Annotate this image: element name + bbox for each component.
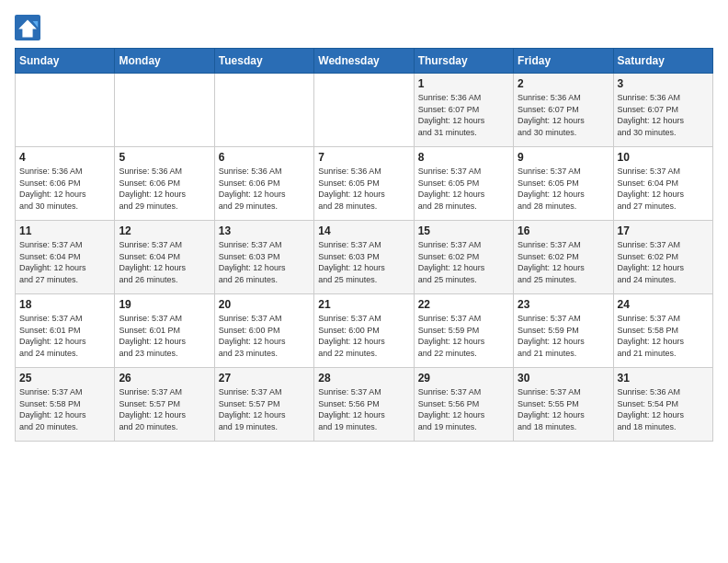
calendar-week-3: 11Sunrise: 5:37 AM Sunset: 6:04 PM Dayli… xyxy=(16,221,713,294)
day-info: Sunrise: 5:36 AM Sunset: 6:06 PM Dayligh… xyxy=(219,166,310,212)
dow-saturday: Saturday xyxy=(613,49,712,74)
calendar-cell: 4Sunrise: 5:36 AM Sunset: 6:06 PM Daylig… xyxy=(16,147,115,221)
day-number: 16 xyxy=(518,224,609,237)
calendar-cell: 13Sunrise: 5:37 AM Sunset: 6:03 PM Dayli… xyxy=(214,221,313,294)
calendar-cell: 26Sunrise: 5:37 AM Sunset: 5:57 PM Dayli… xyxy=(115,368,214,442)
day-number: 8 xyxy=(418,151,509,164)
day-info: Sunrise: 5:36 AM Sunset: 6:06 PM Dayligh… xyxy=(19,166,110,212)
calendar-cell xyxy=(314,74,414,147)
calendar-cell: 19Sunrise: 5:37 AM Sunset: 6:01 PM Dayli… xyxy=(115,294,214,368)
day-number: 1 xyxy=(418,77,509,90)
calendar-week-1: 1Sunrise: 5:36 AM Sunset: 6:07 PM Daylig… xyxy=(16,74,713,147)
day-info: Sunrise: 5:37 AM Sunset: 6:04 PM Dayligh… xyxy=(119,239,210,285)
day-of-week-header: SundayMondayTuesdayWednesdayThursdayFrid… xyxy=(16,49,713,74)
calendar-cell: 29Sunrise: 5:37 AM Sunset: 5:56 PM Dayli… xyxy=(414,368,513,442)
calendar-cell: 7Sunrise: 5:36 AM Sunset: 6:05 PM Daylig… xyxy=(314,147,414,221)
day-number: 30 xyxy=(518,372,609,385)
day-number: 20 xyxy=(219,298,310,311)
day-info: Sunrise: 5:37 AM Sunset: 6:01 PM Dayligh… xyxy=(19,313,110,359)
day-number: 29 xyxy=(418,372,509,385)
dow-sunday: Sunday xyxy=(16,49,115,74)
day-number: 26 xyxy=(119,372,210,385)
day-info: Sunrise: 5:37 AM Sunset: 6:02 PM Dayligh… xyxy=(418,239,509,285)
calendar-cell: 15Sunrise: 5:37 AM Sunset: 6:02 PM Dayli… xyxy=(414,221,513,294)
day-number: 25 xyxy=(19,372,110,385)
logo-icon xyxy=(15,15,40,40)
day-info: Sunrise: 5:36 AM Sunset: 6:06 PM Dayligh… xyxy=(119,166,210,212)
dow-wednesday: Wednesday xyxy=(314,49,414,74)
day-number: 18 xyxy=(19,298,110,311)
day-number: 22 xyxy=(418,298,509,311)
calendar-cell: 28Sunrise: 5:37 AM Sunset: 5:56 PM Dayli… xyxy=(314,368,414,442)
calendar-cell: 8Sunrise: 5:37 AM Sunset: 6:05 PM Daylig… xyxy=(414,147,513,221)
day-number: 5 xyxy=(119,151,210,164)
calendar-cell: 24Sunrise: 5:37 AM Sunset: 5:58 PM Dayli… xyxy=(613,294,712,368)
calendar-cell: 31Sunrise: 5:36 AM Sunset: 5:54 PM Dayli… xyxy=(613,368,712,442)
day-info: Sunrise: 5:37 AM Sunset: 6:05 PM Dayligh… xyxy=(518,166,609,212)
day-info: Sunrise: 5:37 AM Sunset: 5:58 PM Dayligh… xyxy=(19,386,110,432)
calendar-cell: 27Sunrise: 5:37 AM Sunset: 5:57 PM Dayli… xyxy=(214,368,313,442)
calendar-cell: 17Sunrise: 5:37 AM Sunset: 6:02 PM Dayli… xyxy=(613,221,712,294)
day-number: 17 xyxy=(618,224,709,237)
calendar-week-2: 4Sunrise: 5:36 AM Sunset: 6:06 PM Daylig… xyxy=(16,147,713,221)
day-number: 21 xyxy=(318,298,409,311)
day-number: 11 xyxy=(19,224,110,237)
calendar-cell: 21Sunrise: 5:37 AM Sunset: 6:00 PM Dayli… xyxy=(314,294,414,368)
day-info: Sunrise: 5:37 AM Sunset: 6:03 PM Dayligh… xyxy=(219,239,310,285)
calendar-cell xyxy=(16,74,115,147)
calendar-cell: 20Sunrise: 5:37 AM Sunset: 6:00 PM Dayli… xyxy=(214,294,313,368)
day-info: Sunrise: 5:37 AM Sunset: 5:59 PM Dayligh… xyxy=(418,313,509,359)
calendar-cell: 5Sunrise: 5:36 AM Sunset: 6:06 PM Daylig… xyxy=(115,147,214,221)
logo xyxy=(15,15,44,40)
day-info: Sunrise: 5:37 AM Sunset: 6:04 PM Dayligh… xyxy=(19,239,110,285)
day-number: 6 xyxy=(219,151,310,164)
day-info: Sunrise: 5:37 AM Sunset: 5:58 PM Dayligh… xyxy=(618,313,709,359)
day-info: Sunrise: 5:37 AM Sunset: 5:55 PM Dayligh… xyxy=(518,386,609,432)
day-info: Sunrise: 5:37 AM Sunset: 5:57 PM Dayligh… xyxy=(119,386,210,432)
calendar-cell: 23Sunrise: 5:37 AM Sunset: 5:59 PM Dayli… xyxy=(514,294,613,368)
day-info: Sunrise: 5:36 AM Sunset: 6:07 PM Dayligh… xyxy=(618,92,709,138)
calendar-cell: 6Sunrise: 5:36 AM Sunset: 6:06 PM Daylig… xyxy=(214,147,313,221)
day-info: Sunrise: 5:37 AM Sunset: 6:03 PM Dayligh… xyxy=(318,239,409,285)
calendar-cell: 22Sunrise: 5:37 AM Sunset: 5:59 PM Dayli… xyxy=(414,294,513,368)
day-number: 9 xyxy=(518,151,609,164)
day-number: 13 xyxy=(219,224,310,237)
calendar-cell: 30Sunrise: 5:37 AM Sunset: 5:55 PM Dayli… xyxy=(514,368,613,442)
day-number: 19 xyxy=(119,298,210,311)
day-info: Sunrise: 5:37 AM Sunset: 6:01 PM Dayligh… xyxy=(119,313,210,359)
day-number: 12 xyxy=(119,224,210,237)
calendar-cell: 9Sunrise: 5:37 AM Sunset: 6:05 PM Daylig… xyxy=(514,147,613,221)
day-info: Sunrise: 5:37 AM Sunset: 6:05 PM Dayligh… xyxy=(418,166,509,212)
calendar-cell: 11Sunrise: 5:37 AM Sunset: 6:04 PM Dayli… xyxy=(16,221,115,294)
day-number: 15 xyxy=(418,224,509,237)
dow-thursday: Thursday xyxy=(414,49,513,74)
day-info: Sunrise: 5:37 AM Sunset: 6:04 PM Dayligh… xyxy=(618,166,709,212)
calendar-week-5: 25Sunrise: 5:37 AM Sunset: 5:58 PM Dayli… xyxy=(16,368,713,442)
calendar-week-4: 18Sunrise: 5:37 AM Sunset: 6:01 PM Dayli… xyxy=(16,294,713,368)
calendar-cell: 16Sunrise: 5:37 AM Sunset: 6:02 PM Dayli… xyxy=(514,221,613,294)
calendar-cell: 18Sunrise: 5:37 AM Sunset: 6:01 PM Dayli… xyxy=(16,294,115,368)
day-number: 2 xyxy=(518,77,609,90)
day-number: 14 xyxy=(318,224,409,237)
calendar-cell: 12Sunrise: 5:37 AM Sunset: 6:04 PM Dayli… xyxy=(115,221,214,294)
day-number: 7 xyxy=(318,151,409,164)
calendar-cell: 25Sunrise: 5:37 AM Sunset: 5:58 PM Dayli… xyxy=(16,368,115,442)
calendar-cell: 14Sunrise: 5:37 AM Sunset: 6:03 PM Dayli… xyxy=(314,221,414,294)
day-number: 28 xyxy=(318,372,409,385)
dow-friday: Friday xyxy=(514,49,613,74)
calendar-cell: 3Sunrise: 5:36 AM Sunset: 6:07 PM Daylig… xyxy=(613,74,712,147)
day-info: Sunrise: 5:37 AM Sunset: 5:57 PM Dayligh… xyxy=(219,386,310,432)
day-info: Sunrise: 5:37 AM Sunset: 5:56 PM Dayligh… xyxy=(418,386,509,432)
day-info: Sunrise: 5:36 AM Sunset: 6:07 PM Dayligh… xyxy=(518,92,609,138)
day-info: Sunrise: 5:36 AM Sunset: 6:05 PM Dayligh… xyxy=(318,166,409,212)
day-number: 23 xyxy=(518,298,609,311)
calendar-cell xyxy=(214,74,313,147)
calendar-cell: 2Sunrise: 5:36 AM Sunset: 6:07 PM Daylig… xyxy=(514,74,613,147)
calendar-cell: 1Sunrise: 5:36 AM Sunset: 6:07 PM Daylig… xyxy=(414,74,513,147)
day-number: 27 xyxy=(219,372,310,385)
day-info: Sunrise: 5:37 AM Sunset: 6:02 PM Dayligh… xyxy=(618,239,709,285)
calendar-cell xyxy=(115,74,214,147)
day-number: 3 xyxy=(618,77,709,90)
day-info: Sunrise: 5:36 AM Sunset: 6:07 PM Dayligh… xyxy=(418,92,509,138)
day-info: Sunrise: 5:37 AM Sunset: 5:59 PM Dayligh… xyxy=(518,313,609,359)
